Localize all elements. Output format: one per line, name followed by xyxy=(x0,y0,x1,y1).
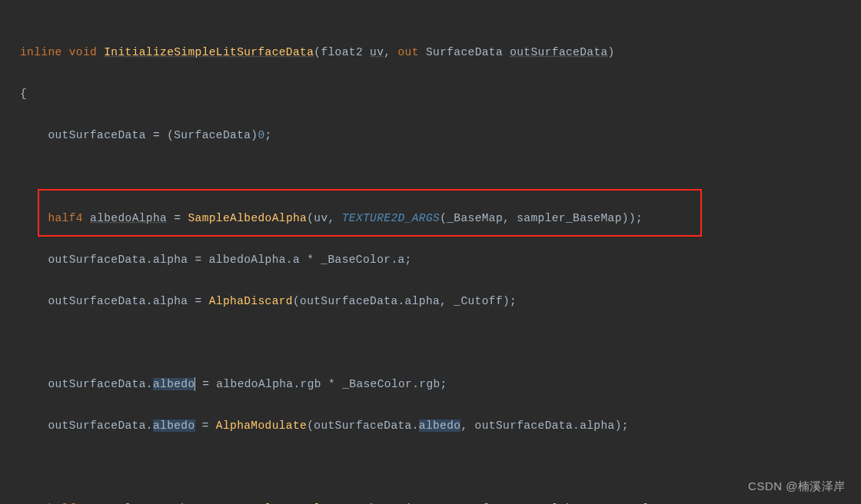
code-line[interactable]: outSurfaceData.albedo = albedoAlpha.rgb … xyxy=(20,374,861,395)
keyword-out: out xyxy=(398,46,419,58)
code-line[interactable] xyxy=(20,457,861,478)
param-uv: uv xyxy=(370,46,384,58)
code-line[interactable]: outSurfaceData.alpha = albedoAlpha.a * _… xyxy=(20,250,861,270)
code-line[interactable]: outSurfaceData.albedo = AlphaModulate(ou… xyxy=(20,416,861,436)
code-line[interactable] xyxy=(20,167,861,187)
watermark: CSDN @楠溪泽岸 xyxy=(748,476,846,496)
code-line[interactable]: half4 specularSmoothness = SampleSpecula… xyxy=(20,499,861,504)
code-line[interactable]: outSurfaceData.alpha = AlphaDiscard(outS… xyxy=(20,291,861,312)
code-line[interactable]: outSurfaceData = (SurfaceData)0; xyxy=(20,125,861,146)
code-editor[interactable]: inline void InitializeSimpleLitSurfaceDa… xyxy=(0,0,861,504)
selection-albedo: albedo xyxy=(153,378,195,390)
param-outsurfacedata: outSurfaceData xyxy=(510,46,607,58)
match-albedo: albedo xyxy=(153,419,195,432)
keyword-void: void xyxy=(69,46,97,58)
code-line[interactable] xyxy=(20,333,861,353)
code-line[interactable]: inline void InitializeSimpleLitSurfaceDa… xyxy=(20,42,861,63)
macro-texture2d-args: TEXTURE2D_ARGS xyxy=(342,212,440,224)
keyword-inline: inline xyxy=(20,46,62,58)
match-albedo: albedo xyxy=(419,419,461,432)
code-line[interactable]: half4 albedoAlpha = SampleAlbedoAlpha(uv… xyxy=(20,208,861,229)
code-line[interactable]: { xyxy=(20,84,861,104)
function-name: InitializeSimpleLitSurfaceData xyxy=(104,46,314,58)
